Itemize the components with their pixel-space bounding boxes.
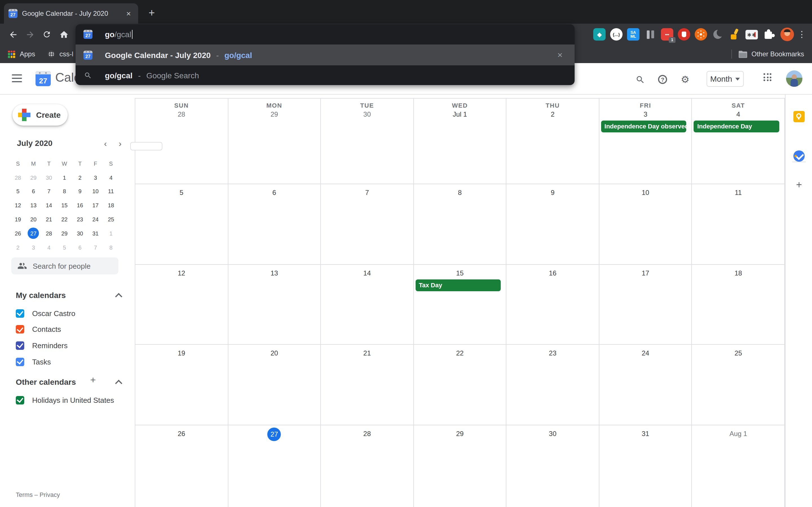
day-cell[interactable]: 28 bbox=[321, 425, 414, 507]
mini-date-cell[interactable]: 2 bbox=[72, 171, 88, 185]
mini-date-cell[interactable]: 19 bbox=[10, 212, 26, 226]
day-cell[interactable]: 27 bbox=[228, 425, 321, 507]
calendar-checkbox[interactable] bbox=[16, 341, 24, 350]
day-cell[interactable]: Aug 1 bbox=[692, 425, 785, 507]
mini-date-cell[interactable]: 10 bbox=[88, 184, 103, 199]
ext-red-dots-icon[interactable]: •••1 bbox=[661, 28, 673, 41]
day-cell[interactable]: 17 bbox=[599, 265, 692, 345]
mini-next-icon[interactable]: › bbox=[113, 138, 128, 148]
home-button[interactable] bbox=[55, 26, 72, 43]
mini-date-cell[interactable]: 29 bbox=[26, 171, 41, 185]
account-avatar[interactable] bbox=[786, 70, 802, 87]
collapse-my-calendars-icon[interactable] bbox=[115, 293, 122, 300]
day-cell[interactable]: 24 bbox=[599, 345, 692, 425]
browser-profile-avatar[interactable] bbox=[780, 27, 794, 41]
day-cell[interactable]: TUE30 bbox=[321, 99, 414, 184]
mini-date-cell[interactable]: 11 bbox=[103, 184, 119, 199]
mini-date-cell[interactable]: 8 bbox=[57, 184, 72, 199]
mini-date-cell[interactable]: 4 bbox=[103, 171, 119, 185]
mini-date-cell[interactable]: 1 bbox=[57, 171, 72, 185]
view-selector[interactable]: Month bbox=[707, 71, 744, 87]
suggestion-switch-to-tab[interactable]: 27 Google Calendar - July 2020 - go/gcal… bbox=[75, 45, 574, 65]
event-pill[interactable]: Independence Day observed bbox=[601, 121, 687, 132]
mini-date-cell[interactable]: 7 bbox=[88, 240, 103, 255]
day-cell[interactable]: 10 bbox=[599, 184, 692, 265]
calendar-checkbox[interactable] bbox=[16, 325, 24, 334]
mini-date-cell[interactable]: 15 bbox=[57, 199, 72, 213]
ext-orange-burst-icon[interactable] bbox=[695, 28, 707, 41]
calendar-list-item[interactable]: Oscar Castro bbox=[11, 305, 130, 321]
mini-date-cell[interactable]: 27 bbox=[26, 226, 41, 240]
ext-code-braces-icon[interactable]: {…} bbox=[610, 28, 622, 41]
calendar-checkbox[interactable] bbox=[16, 357, 24, 366]
day-cell[interactable]: 13 bbox=[228, 265, 321, 345]
ext-thumbs-up-icon[interactable] bbox=[728, 28, 741, 41]
day-cell[interactable]: MON29 bbox=[228, 99, 321, 184]
mini-date-cell[interactable]: 3 bbox=[88, 171, 103, 185]
ext-blocker-hand-icon[interactable] bbox=[678, 28, 690, 41]
day-cell[interactable]: THU2 bbox=[507, 99, 599, 184]
mini-date-cell[interactable]: 23 bbox=[72, 212, 88, 226]
day-cell[interactable]: 12 bbox=[135, 265, 228, 345]
day-cell[interactable]: 30 bbox=[507, 425, 599, 507]
day-cell[interactable]: 5 bbox=[135, 184, 228, 265]
mini-date-cell[interactable]: 14 bbox=[41, 199, 57, 213]
mini-date-cell[interactable]: 7 bbox=[41, 184, 57, 199]
ext-teal-diamond-icon[interactable]: ◆ bbox=[593, 28, 606, 41]
remove-suggestion-icon[interactable]: × bbox=[554, 50, 566, 60]
event-pill[interactable]: Tax Day bbox=[415, 279, 501, 291]
ext-pause-icon[interactable] bbox=[644, 28, 656, 41]
day-cell[interactable]: WEDJul 1 bbox=[414, 99, 506, 184]
day-cell[interactable]: 16 bbox=[507, 265, 599, 345]
mini-date-cell[interactable]: 3 bbox=[26, 240, 41, 255]
mini-date-cell[interactable]: 22 bbox=[57, 212, 72, 226]
calendar-list-item[interactable]: Tasks bbox=[11, 354, 130, 370]
day-cell[interactable]: 26 bbox=[135, 425, 228, 507]
search-people-input[interactable]: Search for people bbox=[11, 258, 118, 274]
mini-date-cell[interactable]: 24 bbox=[88, 212, 103, 226]
add-other-calendar-icon[interactable]: + bbox=[90, 375, 96, 386]
ext-dark-mode-moon-icon[interactable] bbox=[712, 28, 724, 41]
mini-date-cell[interactable]: 1 bbox=[103, 226, 119, 240]
back-button[interactable] bbox=[4, 26, 21, 43]
day-cell[interactable]: 22 bbox=[414, 345, 506, 425]
other-bookmarks[interactable]: Other Bookmarks bbox=[731, 50, 804, 59]
calendar-list-item[interactable]: Reminders bbox=[11, 337, 130, 353]
day-cell[interactable]: 20 bbox=[228, 345, 321, 425]
mini-date-cell[interactable]: 30 bbox=[41, 171, 57, 185]
day-cell[interactable]: SAT4Independence Day bbox=[692, 99, 785, 184]
mini-date-cell[interactable]: 30 bbox=[72, 226, 88, 240]
calendar-checkbox[interactable] bbox=[16, 396, 24, 404]
ext-saml-icon[interactable]: SAML bbox=[627, 28, 640, 41]
suggestion-google-search[interactable]: go/gcal - Google Search bbox=[75, 65, 574, 85]
calendar-list-item[interactable]: Contacts bbox=[11, 321, 130, 337]
tab-close-icon[interactable]: × bbox=[123, 8, 134, 18]
day-cell[interactable]: 15Tax Day bbox=[414, 265, 506, 345]
day-cell[interactable]: 14 bbox=[321, 265, 414, 345]
get-addons-icon[interactable]: + bbox=[785, 179, 812, 191]
day-cell[interactable]: 6 bbox=[228, 184, 321, 265]
day-cell[interactable]: 25 bbox=[692, 345, 785, 425]
mini-date-cell[interactable]: 17 bbox=[88, 199, 103, 213]
mini-date-cell[interactable]: 29 bbox=[57, 226, 72, 240]
mini-date-cell[interactable]: 12 bbox=[10, 199, 26, 213]
day-cell[interactable]: 31 bbox=[599, 425, 692, 507]
puzzle-extensions-icon[interactable] bbox=[762, 28, 775, 41]
mini-date-cell[interactable]: 28 bbox=[41, 226, 57, 240]
mini-prev-icon[interactable]: ‹ bbox=[98, 138, 113, 148]
day-cell[interactable]: SUN28 bbox=[135, 99, 228, 184]
search-button[interactable] bbox=[633, 73, 647, 86]
mini-date-cell[interactable]: 2 bbox=[10, 240, 26, 255]
mini-date-cell[interactable]: 4 bbox=[41, 240, 57, 255]
calendar-checkbox[interactable] bbox=[16, 309, 24, 318]
create-button[interactable]: Create bbox=[12, 104, 68, 126]
day-cell[interactable]: 7 bbox=[321, 184, 414, 265]
day-cell[interactable]: FRI3Independence Day observed bbox=[599, 99, 692, 184]
reload-button[interactable] bbox=[38, 26, 55, 43]
forward-button[interactable] bbox=[21, 26, 38, 43]
mini-date-cell[interactable]: 6 bbox=[72, 240, 88, 255]
mini-date-cell[interactable]: 26 bbox=[10, 226, 26, 240]
mini-date-cell[interactable]: 8 bbox=[103, 240, 119, 255]
mini-date-cell[interactable]: 9 bbox=[72, 184, 88, 199]
collapse-other-calendars-icon[interactable] bbox=[115, 380, 122, 387]
